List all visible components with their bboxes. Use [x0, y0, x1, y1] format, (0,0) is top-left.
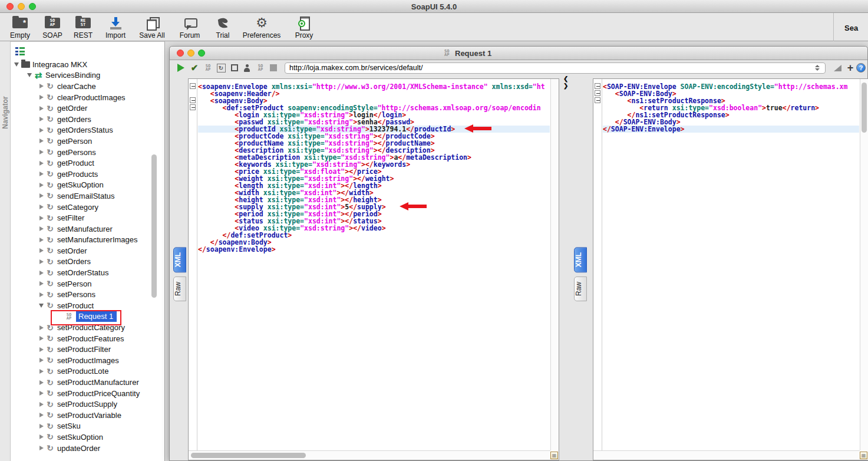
- navigator-tab-label[interactable]: Navigator: [1, 86, 9, 139]
- expand-arrow-icon[interactable]: [38, 238, 45, 242]
- gray-square-icon[interactable]: [268, 62, 279, 73]
- tree-item-setproduct[interactable]: ↻setProduct: [11, 300, 151, 311]
- vscrollbar-thumb[interactable]: [862, 83, 867, 133]
- response-tab-raw[interactable]: Raw: [574, 276, 587, 301]
- request-window-titlebar[interactable]: SOAP Request 1: [170, 47, 867, 60]
- tree-item-label[interactable]: getOrdersStatus: [57, 126, 113, 134]
- tree-item-label[interactable]: setPersons: [57, 290, 95, 299]
- tree-item-setorderstatus[interactable]: ↻setOrderStatus: [11, 267, 151, 278]
- expand-arrow-icon[interactable]: [38, 336, 45, 341]
- fold-collapse-icon[interactable]: [190, 104, 196, 110]
- expand-arrow-icon[interactable]: [38, 95, 45, 100]
- splitter-collapse-icons[interactable]: ❮❯: [563, 75, 568, 89]
- tree-item-setproductsupply[interactable]: ↻setProductSupply: [11, 399, 151, 410]
- tree-item-setproductfilter[interactable]: ↻setProductFilter: [11, 344, 151, 355]
- response-hscrollbar[interactable]: [593, 450, 860, 460]
- response-vscrollbar[interactable]: [860, 79, 868, 450]
- tree-item-label[interactable]: setProductFilter: [57, 345, 111, 354]
- endpoint-url-input[interactable]: [285, 62, 826, 74]
- collapse-arrow-icon[interactable]: [13, 62, 20, 67]
- response-tab-xml[interactable]: XML: [574, 247, 587, 272]
- tree-item-setmanufacturer[interactable]: ↻setManufacturer: [11, 223, 151, 235]
- expand-arrow-icon[interactable]: [38, 259, 45, 264]
- editor-corner-icon[interactable]: ▦: [550, 452, 558, 459]
- tree-item-label[interactable]: getPerson: [57, 137, 92, 146]
- tree-item-label[interactable]: updateOrder: [57, 444, 100, 453]
- endpoint-dropdown-stepper[interactable]: [812, 63, 823, 73]
- expand-arrow-icon[interactable]: [38, 128, 45, 133]
- tree-item-label[interactable]: Integracao MKX: [32, 60, 87, 69]
- tree-item-setproductfeatures[interactable]: ↻setProductFeatures: [11, 333, 151, 344]
- navigator-view-icon[interactable]: [15, 47, 26, 55]
- expand-arrow-icon[interactable]: [38, 117, 45, 121]
- tree-item-setpersons[interactable]: ↻setPersons: [11, 289, 151, 300]
- collapse-arrow-icon[interactable]: [38, 304, 45, 308]
- tree-item-setskuoption[interactable]: ↻setSkuOption: [11, 432, 151, 443]
- expand-arrow-icon[interactable]: [38, 161, 45, 166]
- tree-item-label[interactable]: sendEmailStatus: [57, 192, 115, 200]
- fold-collapse-icon[interactable]: [190, 97, 196, 103]
- request-xml-editor[interactable]: <soapenv:Envelope xmlns:xsi="http://www.…: [188, 78, 559, 460]
- tree-item-label[interactable]: setCategory: [57, 203, 98, 212]
- tree-item-label[interactable]: setProductSupply: [57, 400, 117, 409]
- collapse-arrow-icon[interactable]: [26, 73, 33, 77]
- expand-arrow-icon[interactable]: [38, 391, 45, 396]
- tree-item-label[interactable]: getProducts: [57, 170, 98, 179]
- fold-collapse-icon[interactable]: [595, 83, 600, 89]
- tree-item-getproducts[interactable]: ↻getProducts: [11, 169, 151, 180]
- editor-corner-icon[interactable]: ▦: [860, 452, 867, 459]
- tree-item-label[interactable]: setOrder: [57, 246, 87, 255]
- tree-item-label[interactable]: setSku: [57, 422, 81, 430]
- expand-arrow-icon[interactable]: [38, 84, 45, 88]
- tree-item-label[interactable]: setSkuOption: [57, 433, 103, 442]
- fold-collapse-icon[interactable]: [595, 97, 600, 103]
- preferences-button[interactable]: ⚙ Preferences: [239, 15, 284, 39]
- expand-arrow-icon[interactable]: [38, 402, 45, 407]
- tree-item-getproduct[interactable]: ↻getProduct: [11, 157, 151, 169]
- tree-item-setproductimages[interactable]: ↻setProductImages: [11, 355, 151, 366]
- tree-item-setproductmanufacturer[interactable]: ↻setProductManufacturer: [11, 377, 151, 388]
- trial-button[interactable]: Trial: [200, 15, 245, 39]
- request-vscrollbar[interactable]: [550, 79, 559, 450]
- expand-arrow-icon[interactable]: [38, 226, 45, 231]
- expand-arrow-icon[interactable]: [38, 434, 45, 439]
- split-view-icon[interactable]: [832, 62, 843, 73]
- add-icon[interactable]: +: [845, 62, 856, 73]
- expand-arrow-icon[interactable]: [38, 248, 45, 253]
- expand-arrow-icon[interactable]: [38, 150, 45, 154]
- tree-item-setproductvariable[interactable]: ↻setProductVariable: [11, 410, 151, 421]
- tree-item-label[interactable]: ServicesBinding: [45, 71, 100, 80]
- expand-arrow-icon[interactable]: [38, 446, 45, 450]
- tree-item-setcategory[interactable]: ↻setCategory: [11, 202, 151, 213]
- tree-item-getpersons[interactable]: ↻getPersons: [11, 147, 151, 158]
- tree-item-label[interactable]: setProductLote: [57, 367, 108, 376]
- expand-arrow-icon[interactable]: [38, 325, 45, 330]
- tree-item-label[interactable]: setFilter: [57, 213, 84, 222]
- request-tab-xml[interactable]: XML: [173, 247, 186, 272]
- tree-item-setmanufacturerimages[interactable]: ↻setManufacturerImages: [11, 235, 151, 246]
- tree-item-setperson[interactable]: ↻setPerson: [11, 278, 151, 289]
- tree-item-clearproductimages[interactable]: ↻clearProductImages: [11, 92, 151, 103]
- expand-arrow-icon[interactable]: [38, 424, 45, 429]
- tree-item-label[interactable]: clearCache: [57, 82, 96, 91]
- tree-item-label[interactable]: setManufacturerImages: [57, 235, 138, 244]
- tree-item-setorders[interactable]: ↻setOrders: [11, 256, 151, 268]
- stamp-person-icon[interactable]: [242, 62, 252, 73]
- expand-arrow-icon[interactable]: [38, 216, 45, 220]
- tree-item-label[interactable]: getProduct: [57, 159, 94, 167]
- soap-mini-icon[interactable]: SOAP: [203, 62, 213, 73]
- tree-item-clearcache[interactable]: ↻clearCache: [11, 81, 151, 92]
- tree-item-setproductpricequantity[interactable]: ↻setProductPriceQuantity: [11, 388, 151, 399]
- expand-arrow-icon[interactable]: [38, 193, 45, 198]
- fold-collapse-icon[interactable]: [595, 90, 600, 96]
- tree-item-servicesbinding[interactable]: ⇄ServicesBinding: [11, 70, 151, 81]
- tree-item-getskuoption[interactable]: ↻getSkuOption: [11, 180, 151, 191]
- resubmit-check-icon[interactable]: ✔: [189, 62, 200, 73]
- tree-item-label[interactable]: getPersons: [57, 148, 96, 157]
- tree-item-getorder[interactable]: ↻getOrder: [11, 103, 151, 114]
- expand-arrow-icon[interactable]: [38, 271, 45, 275]
- tree-item-getorders[interactable]: ↻getOrders: [11, 114, 151, 125]
- tree-item-label[interactable]: clearProductImages: [57, 93, 126, 102]
- tree-item-sendemailstatus[interactable]: ↻sendEmailStatus: [11, 190, 151, 202]
- tree-item-updateorder[interactable]: ↻updateOrder: [11, 443, 151, 454]
